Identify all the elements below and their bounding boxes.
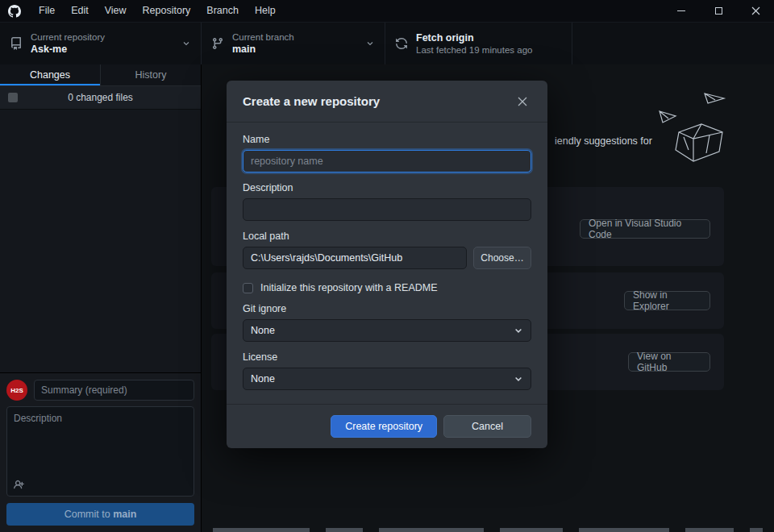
close-window-button[interactable]: [737, 0, 774, 22]
repository-name-input[interactable]: [243, 150, 531, 172]
create-repository-button[interactable]: Create repository: [331, 415, 437, 438]
create-repository-dialog: Create a new repository Name Description…: [227, 81, 547, 448]
tab-history[interactable]: History: [101, 64, 201, 85]
commit-description-box: [6, 406, 194, 497]
commit-summary-input[interactable]: [34, 380, 194, 401]
local-path-label: Local path: [243, 231, 531, 242]
titlebar: File Edit View Repository Branch Help: [0, 0, 774, 23]
license-select[interactable]: None: [243, 368, 531, 390]
changed-files-row: 0 changed files: [0, 86, 201, 110]
commit-description-input[interactable]: [7, 407, 194, 473]
fetch-origin-description: Last fetched 19 minutes ago: [416, 45, 533, 55]
open-in-vscode-button[interactable]: Open in Visual Studio Code: [580, 219, 710, 239]
file-list: [0, 110, 201, 372]
readme-checkbox[interactable]: [243, 283, 253, 293]
license-label: License: [243, 351, 531, 363]
maximize-icon: [715, 7, 722, 15]
menu-branch[interactable]: Branch: [198, 0, 247, 22]
fetch-origin-button[interactable]: Fetch origin Last fetched 19 minutes ago: [385, 23, 572, 64]
menu-repository[interactable]: Repository: [135, 0, 199, 22]
avatar: H2S: [6, 380, 27, 401]
select-all-checkbox[interactable]: [8, 93, 18, 102]
dialog-close-button[interactable]: [514, 93, 531, 110]
license-value: None: [251, 373, 275, 384]
changed-files-count: 0 changed files: [18, 92, 193, 103]
dialog-body: Name Description Local path Choose… Init…: [227, 123, 547, 404]
menu-edit[interactable]: Edit: [63, 0, 97, 22]
cancel-button[interactable]: Cancel: [443, 415, 531, 438]
sidebar: Changes History 0 changed files H2S Comm…: [0, 64, 202, 532]
commit-form: H2S Commit to main: [0, 372, 201, 532]
tab-changes[interactable]: Changes: [0, 64, 101, 85]
current-repository-selector[interactable]: Current repository Ask-me: [0, 23, 202, 64]
sidebar-tabs: Changes History: [0, 64, 201, 86]
dialog-footer: Create repository Cancel: [227, 404, 547, 448]
github-logo-icon: [8, 5, 21, 18]
current-repository-value: Ask-me: [31, 44, 105, 55]
chevron-down-icon: [514, 326, 523, 335]
close-icon: [751, 6, 760, 15]
current-repository-label: Current repository: [31, 32, 105, 42]
git-ignore-label: Git ignore: [243, 303, 531, 314]
chevron-down-icon: [365, 39, 375, 48]
sync-icon: [395, 37, 408, 50]
choose-path-button[interactable]: Choose…: [473, 247, 531, 269]
commit-to-main-button[interactable]: Commit to main: [6, 503, 194, 526]
current-branch-selector[interactable]: Current branch main: [202, 23, 385, 64]
git-ignore-select[interactable]: None: [243, 319, 531, 342]
chevron-down-icon: [514, 374, 523, 384]
dialog-header: Create a new repository: [227, 81, 547, 123]
maximize-button[interactable]: [700, 0, 737, 22]
menu-help[interactable]: Help: [247, 0, 284, 22]
close-icon: [518, 97, 527, 106]
repository-description-input[interactable]: [243, 198, 531, 221]
git-branch-icon: [211, 37, 224, 50]
window-controls: [663, 0, 774, 22]
chevron-down-icon: [181, 39, 191, 48]
clipped-suggestion-text: iendly suggestions for: [555, 135, 652, 147]
description-label: Description: [243, 182, 531, 193]
menu-file[interactable]: File: [31, 0, 63, 22]
toolbar: Current repository Ask-me Current branch…: [0, 23, 774, 64]
fetch-origin-label: Fetch origin: [416, 32, 533, 44]
name-label: Name: [243, 134, 531, 145]
git-ignore-value: None: [251, 325, 275, 336]
current-branch-label: Current branch: [232, 32, 294, 42]
readme-checkbox-label: Initialize this repository with a README: [260, 282, 438, 293]
paper-planes-illustration: [653, 87, 742, 176]
minimize-button[interactable]: [663, 0, 700, 22]
view-on-github-button[interactable]: View on GitHub: [628, 352, 710, 372]
minimize-icon: [677, 10, 685, 11]
repo-icon: [10, 37, 23, 50]
add-coauthor-icon[interactable]: [14, 479, 26, 491]
menu-view[interactable]: View: [97, 0, 135, 22]
dialog-title: Create a new repository: [243, 94, 380, 108]
current-branch-value: main: [232, 44, 294, 55]
show-in-explorer-button[interactable]: Show in Explorer: [624, 291, 710, 310]
local-path-input[interactable]: [243, 247, 467, 269]
clipped-content-row: [213, 528, 763, 532]
